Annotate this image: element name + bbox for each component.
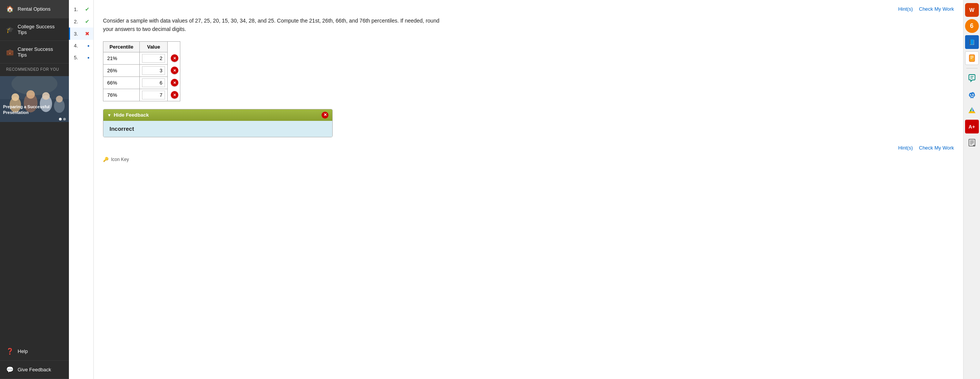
error-icon-76 xyxy=(171,91,178,99)
value-cell-26 xyxy=(140,64,168,76)
toolbar-bottom: Hint(s) Check My Work xyxy=(103,145,954,151)
feedback-arrow-icon: ▼ xyxy=(107,113,111,117)
input-76[interactable] xyxy=(142,91,165,99)
aplus-icon[interactable]: A+ xyxy=(965,120,979,133)
sidebar-item-career-success-tips[interactable]: 💼 Career Success Tips xyxy=(0,41,69,63)
sidebar-item-give-feedback[interactable]: 💬 Give Feedback xyxy=(0,361,69,379)
q-num-4: 4. xyxy=(74,43,78,49)
question-text: Consider a sample with data values of 27… xyxy=(103,16,448,34)
feedback-header[interactable]: ▼ Hide Feedback ✕ xyxy=(103,109,332,121)
main-content: Hint(s) Check My Work Consider a sample … xyxy=(94,0,963,379)
toolbar-top: Hint(s) Check My Work xyxy=(103,6,954,12)
q-status-5: ● xyxy=(87,55,90,60)
error-icon-66 xyxy=(171,79,178,86)
sidebar-item-label: Give Feedback xyxy=(18,367,51,372)
college-icon: 🎓 xyxy=(6,26,14,33)
question-item-3[interactable]: 3. ✖ xyxy=(69,28,93,40)
key-icon: 🔑 xyxy=(103,157,109,162)
svg-rect-11 xyxy=(969,55,975,62)
card-title-label: Preparing a Successful Presentation xyxy=(3,104,69,115)
error-cell-26 xyxy=(168,64,180,76)
value-cell-21 xyxy=(140,52,168,64)
error-cell-66 xyxy=(168,76,180,89)
input-66[interactable] xyxy=(142,78,165,87)
question-list: 1. ✔ 2. ✔ 3. ✖ 4. ● 5. ● xyxy=(69,0,94,379)
q-num-5: 5. xyxy=(74,55,78,60)
q-num-2: 2. xyxy=(74,19,78,24)
rs-divider-1 xyxy=(966,68,978,68)
notebook-icon[interactable] xyxy=(965,51,979,65)
question-item-1[interactable]: 1. ✔ xyxy=(69,3,93,15)
q-status-3: ✖ xyxy=(85,31,90,37)
icon-key-section: 🔑 Icon Key xyxy=(103,157,954,162)
right-sidebar: W 6 📘 xyxy=(963,0,980,379)
sidebar-item-label: Rental Options xyxy=(18,6,51,12)
help-icon: ❓ xyxy=(6,348,14,355)
feedback-status: Incorrect xyxy=(109,125,134,132)
error-cell-21 xyxy=(168,52,180,64)
table-error-header xyxy=(168,41,180,52)
rental-options-icon: 🏠 xyxy=(6,5,14,13)
input-26[interactable] xyxy=(142,66,165,75)
recommendation-card[interactable]: Preparing a Successful Presentation xyxy=(0,76,69,122)
hint-link-top[interactable]: Hint(s) xyxy=(898,6,913,12)
feedback-container: ▼ Hide Feedback ✕ Incorrect xyxy=(103,109,333,137)
sidebar-item-label: Help xyxy=(18,348,28,354)
percentile-table: Percentile Value 21% 26% xyxy=(103,41,180,101)
q-status-2: ✔ xyxy=(85,18,90,24)
check-my-work-button-top[interactable]: Check My Work xyxy=(919,6,954,12)
q-num-1: 1. xyxy=(74,7,78,12)
percentile-21: 21% xyxy=(103,52,140,64)
feedback-header-label: Hide Feedback xyxy=(114,112,149,118)
card-image xyxy=(0,76,69,122)
check-my-work-button-bottom[interactable]: Check My Work xyxy=(919,145,954,151)
q-status-4: ● xyxy=(87,44,90,48)
value-cell-66 xyxy=(140,76,168,89)
icon-key-label: Icon Key xyxy=(111,157,129,162)
feedback-icon: 💬 xyxy=(6,366,14,373)
recommended-label: RECOMMENDED FOR YOU xyxy=(0,63,69,73)
cloud-icon[interactable] xyxy=(965,88,979,101)
q-num-3: 3. xyxy=(74,31,78,37)
sidebar: 🏠 Rental Options 🎓 College Success Tips … xyxy=(0,0,69,379)
error-icon-21 xyxy=(171,54,178,62)
sidebar-bottom: ❓ Help 💬 Give Feedback xyxy=(0,342,69,379)
six-icon[interactable]: 6 xyxy=(965,19,979,33)
table-row: 21% xyxy=(103,52,180,64)
sidebar-item-help[interactable]: ❓ Help xyxy=(0,342,69,361)
table-col1-header: Percentile xyxy=(103,41,140,52)
input-21[interactable] xyxy=(142,54,165,63)
q-status-1: ✔ xyxy=(85,6,90,12)
feedback-close-button[interactable]: ✕ xyxy=(322,112,328,119)
feedback-body: Incorrect xyxy=(103,121,332,137)
percentile-26: 26% xyxy=(103,64,140,76)
question-item-2[interactable]: 2. ✔ xyxy=(69,15,93,28)
svg-point-3 xyxy=(11,93,19,101)
table-row: 66% xyxy=(103,76,180,89)
percentile-66: 66% xyxy=(103,76,140,89)
table-row: 76% xyxy=(103,89,180,101)
sidebar-item-label: College Success Tips xyxy=(18,24,63,35)
question-item-4[interactable]: 4. ● xyxy=(69,40,93,52)
sidebar-item-rental-options[interactable]: 🏠 Rental Options xyxy=(0,0,69,18)
scroll-icon[interactable] xyxy=(965,136,979,150)
sidebar-item-label: Career Success Tips xyxy=(18,46,63,58)
book-icon[interactable]: 📘 xyxy=(965,35,979,49)
drive-icon[interactable] xyxy=(965,104,979,117)
question-item-5[interactable]: 5. ● xyxy=(69,52,93,63)
card-dot-2[interactable] xyxy=(63,118,66,120)
error-cell-76 xyxy=(168,89,180,101)
office-icon[interactable]: W xyxy=(965,3,979,17)
card-dot-1[interactable] xyxy=(59,118,62,120)
hint-link-bottom[interactable]: Hint(s) xyxy=(898,145,913,151)
svg-point-9 xyxy=(56,96,63,102)
career-icon: 💼 xyxy=(6,49,14,56)
percentile-76: 76% xyxy=(103,89,140,101)
chat-icon[interactable] xyxy=(965,72,979,85)
table-row: 26% xyxy=(103,64,180,76)
feedback-header-left: ▼ Hide Feedback xyxy=(107,112,149,118)
table-col2-header: Value xyxy=(140,41,168,52)
value-cell-76 xyxy=(140,89,168,101)
sidebar-item-college-success-tips[interactable]: 🎓 College Success Tips xyxy=(0,18,69,41)
error-icon-26 xyxy=(171,67,178,74)
